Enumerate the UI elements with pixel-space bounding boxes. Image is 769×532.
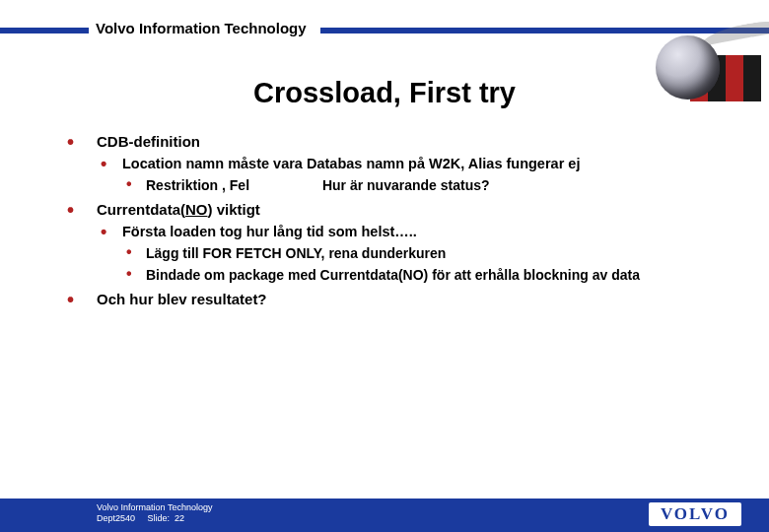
footer-slide-label: Slide: — [148, 513, 171, 524]
slide-content: CDB-definition Location namn måste vara … — [67, 133, 749, 315]
bullet-l1: CDB-definition Location namn måste vara … — [67, 133, 749, 193]
bullet-text: Restriktion , Fel — [146, 177, 249, 193]
bullet-text-right: Hur är nuvarande status? — [322, 177, 490, 193]
bullet-text-emph: NO — [185, 201, 208, 218]
bullet-text: Första loaden tog hur lång tid som helst… — [122, 224, 417, 239]
footer-text: Volvo Information Technology Dept 2540 S… — [97, 502, 212, 525]
bullet-l3: Lägg till FOR FETCH ONLY, rena dunderkur… — [122, 245, 749, 261]
volvo-logo: VOLVO — [649, 502, 741, 526]
bullet-text: Lägg till FOR FETCH ONLY, rena dunderkur… — [146, 245, 446, 261]
top-rule-left — [0, 28, 89, 33]
footer-bar: Volvo Information Technology Dept 2540 S… — [0, 499, 769, 532]
bullet-l3: Restriktion , Fel Hur är nuvarande statu… — [122, 177, 749, 193]
header-org: Volvo Information Technology — [96, 20, 307, 36]
bullet-l1: Och hur blev resultatet? — [67, 291, 749, 307]
bullet-text: Bindade om package med Currentdata(NO) f… — [146, 267, 640, 283]
footer-line2: Dept 2540 Slide: 22 — [97, 513, 212, 524]
bullet-text: CDB-definition — [97, 133, 200, 150]
footer-dept-label: Dept — [97, 513, 115, 524]
bullet-l2: Första loaden tog hur lång tid som helst… — [97, 224, 749, 283]
footer-slide-no: 22 — [175, 513, 184, 524]
bullet-l1: Currentdata(NO) viktigt Första loaden to… — [67, 201, 749, 283]
bullet-text: Och hur blev resultatet? — [97, 291, 267, 307]
bullet-l3: Bindade om package med Currentdata(NO) f… — [122, 267, 749, 283]
bullet-text: Location namn måste vara Databas namn på… — [122, 156, 580, 171]
bullet-text: Currentdata( — [97, 201, 185, 218]
footer-dept: 2540 — [115, 513, 135, 524]
bullet-l2: Location namn måste vara Databas namn på… — [97, 156, 749, 193]
footer-line1: Volvo Information Technology — [97, 502, 212, 513]
slide-title: Crossload, First try — [0, 77, 769, 109]
bullet-text: ) viktigt — [208, 201, 260, 218]
